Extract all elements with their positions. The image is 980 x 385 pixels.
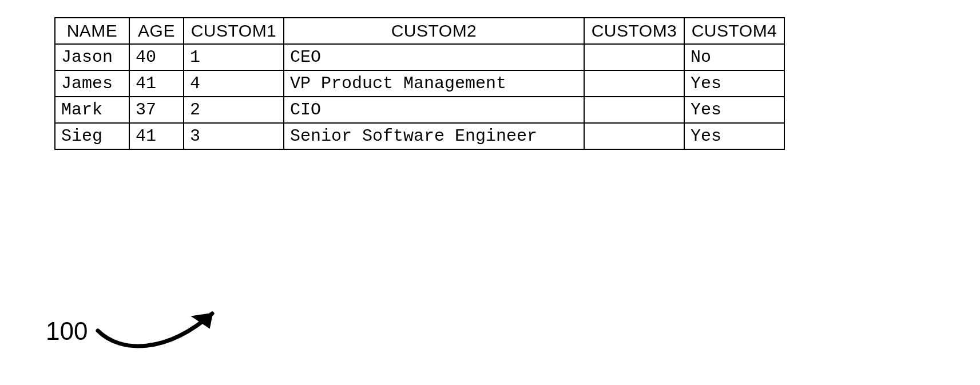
cell-name: Jason xyxy=(55,44,129,70)
cell-age: 41 xyxy=(129,123,184,149)
col-header-custom1: CUSTOM1 xyxy=(184,18,284,44)
cell-custom3 xyxy=(584,123,684,149)
cell-custom3 xyxy=(584,97,684,123)
data-table-container: NAME AGE CUSTOM1 CUSTOM2 CUSTOM3 CUSTOM4… xyxy=(54,17,785,150)
table-header-row: NAME AGE CUSTOM1 CUSTOM2 CUSTOM3 CUSTOM4 xyxy=(55,18,784,44)
cell-custom3 xyxy=(584,44,684,70)
cell-custom2: CEO xyxy=(284,44,584,70)
cell-custom1: 4 xyxy=(184,70,284,97)
cell-custom4: Yes xyxy=(684,70,784,97)
cell-name: Mark xyxy=(55,97,129,123)
cell-custom4: No xyxy=(684,44,784,70)
cell-custom2: CIO xyxy=(284,97,584,123)
page: NAME AGE CUSTOM1 CUSTOM2 CUSTOM3 CUSTOM4… xyxy=(0,0,980,385)
figure-reference-label: 100 xyxy=(46,303,241,359)
data-table: NAME AGE CUSTOM1 CUSTOM2 CUSTOM3 CUSTOM4… xyxy=(54,17,785,150)
col-header-custom3: CUSTOM3 xyxy=(584,18,684,44)
cell-age: 37 xyxy=(129,97,184,123)
col-header-name: NAME xyxy=(55,18,129,44)
table-row: Jason 40 1 CEO No xyxy=(55,44,784,70)
cell-custom4: Yes xyxy=(684,123,784,149)
table-row: James 41 4 VP Product Management Yes xyxy=(55,70,784,97)
table-row: Mark 37 2 CIO Yes xyxy=(55,97,784,123)
cell-custom2: VP Product Management xyxy=(284,70,584,97)
col-header-custom2: CUSTOM2 xyxy=(284,18,584,44)
col-header-age: AGE xyxy=(129,18,184,44)
reference-arrow-icon xyxy=(92,296,241,359)
cell-age: 40 xyxy=(129,44,184,70)
cell-custom3 xyxy=(584,70,684,97)
table-row: Sieg 41 3 Senior Software Engineer Yes xyxy=(55,123,784,149)
cell-custom2: Senior Software Engineer xyxy=(284,123,584,149)
col-header-custom4: CUSTOM4 xyxy=(684,18,784,44)
cell-custom4: Yes xyxy=(684,97,784,123)
cell-name: James xyxy=(55,70,129,97)
cell-custom1: 3 xyxy=(184,123,284,149)
cell-name: Sieg xyxy=(55,123,129,149)
reference-number: 100 xyxy=(46,317,88,346)
cell-custom1: 1 xyxy=(184,44,284,70)
cell-age: 41 xyxy=(129,70,184,97)
cell-custom1: 2 xyxy=(184,97,284,123)
